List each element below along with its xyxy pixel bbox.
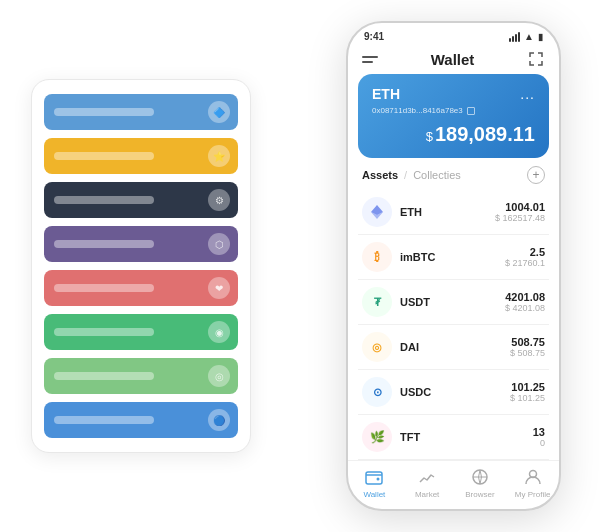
list-item: ◎ bbox=[44, 358, 238, 394]
row-icon: ❤ bbox=[208, 277, 230, 299]
list-item: ⬡ bbox=[44, 226, 238, 262]
status-icons: ▲ ▮ bbox=[509, 31, 543, 42]
nav-label-profile: My Profile bbox=[515, 490, 551, 499]
wifi-icon: ▲ bbox=[524, 31, 534, 42]
list-item: ❤ bbox=[44, 270, 238, 306]
eth-icon bbox=[362, 197, 392, 227]
card-stack: 🔷 ⭐ ⚙ ⬡ ❤ ◉ ◎ 🔵 bbox=[31, 79, 251, 453]
asset-usd: $ 21760.1 bbox=[505, 258, 545, 268]
list-item: ⚙ bbox=[44, 182, 238, 218]
list-item: 🔵 bbox=[44, 402, 238, 438]
svg-rect-2 bbox=[366, 472, 382, 484]
nav-label-browser: Browser bbox=[465, 490, 494, 499]
nav-item-wallet[interactable]: Wallet bbox=[348, 467, 401, 499]
wallet-icon bbox=[364, 467, 384, 487]
bottom-nav: Wallet Market Browser bbox=[348, 460, 559, 509]
table-row[interactable]: 🌿 TFT 13 0 bbox=[358, 415, 549, 460]
row-icon: 🔷 bbox=[208, 101, 230, 123]
row-label bbox=[54, 108, 154, 116]
asset-amount: 1004.01 bbox=[495, 201, 545, 213]
table-row[interactable]: ⊙ USDC 101.25 $ 101.25 bbox=[358, 370, 549, 415]
row-icon: ◎ bbox=[208, 365, 230, 387]
asset-name: TFT bbox=[400, 431, 533, 443]
table-row[interactable]: ETH 1004.01 $ 162517.48 bbox=[358, 190, 549, 235]
row-icon: ◉ bbox=[208, 321, 230, 343]
asset-amount: 508.75 bbox=[510, 336, 545, 348]
signal-icon bbox=[509, 32, 520, 42]
profile-icon bbox=[523, 467, 543, 487]
asset-name: ETH bbox=[400, 206, 495, 218]
row-label bbox=[54, 284, 154, 292]
row-label bbox=[54, 416, 154, 424]
expand-icon[interactable] bbox=[527, 50, 545, 68]
row-label bbox=[54, 328, 154, 336]
table-row[interactable]: ₮ USDT 4201.08 $ 4201.08 bbox=[358, 280, 549, 325]
list-item: ⭐ bbox=[44, 138, 238, 174]
balance-amount: 189,089.11 bbox=[435, 123, 535, 145]
asset-usd: $ 4201.08 bbox=[505, 303, 545, 313]
asset-name: imBTC bbox=[400, 251, 505, 263]
nav-item-browser[interactable]: Browser bbox=[454, 467, 507, 499]
eth-card-balance: $189,089.11 bbox=[372, 123, 535, 146]
asset-name: USDT bbox=[400, 296, 505, 308]
asset-amount: 101.25 bbox=[510, 381, 545, 393]
eth-card: ETH ... 0x08711d3b...8416a78e3 $189,089.… bbox=[358, 74, 549, 158]
eth-card-more[interactable]: ... bbox=[520, 86, 535, 102]
usdc-icon: ⊙ bbox=[362, 377, 392, 407]
row-label bbox=[54, 372, 154, 380]
table-row[interactable]: ◎ DAI 508.75 $ 508.75 bbox=[358, 325, 549, 370]
asset-usd: $ 162517.48 bbox=[495, 213, 545, 223]
row-icon: ⬡ bbox=[208, 233, 230, 255]
row-label bbox=[54, 196, 154, 204]
row-label bbox=[54, 152, 154, 160]
imbtc-icon: ₿ bbox=[362, 242, 392, 272]
dai-icon: ◎ bbox=[362, 332, 392, 362]
battery-icon: ▮ bbox=[538, 32, 543, 42]
asset-amount: 13 bbox=[533, 426, 545, 438]
list-item: 🔷 bbox=[44, 94, 238, 130]
scene: 🔷 ⭐ ⚙ ⬡ ❤ ◉ ◎ 🔵 bbox=[11, 11, 591, 521]
status-bar: 9:41 ▲ ▮ bbox=[348, 23, 559, 46]
asset-usd: $ 508.75 bbox=[510, 348, 545, 358]
list-item: ◉ bbox=[44, 314, 238, 350]
asset-amount: 2.5 bbox=[505, 246, 545, 258]
copy-icon[interactable] bbox=[467, 107, 475, 115]
tab-divider: / bbox=[404, 169, 407, 181]
add-asset-button[interactable]: + bbox=[527, 166, 545, 184]
balance-symbol: $ bbox=[426, 129, 433, 144]
asset-name: USDC bbox=[400, 386, 510, 398]
tab-assets[interactable]: Assets bbox=[362, 169, 398, 181]
nav-item-profile[interactable]: My Profile bbox=[506, 467, 559, 499]
row-icon: ⭐ bbox=[208, 145, 230, 167]
phone: 9:41 ▲ ▮ Wallet bbox=[346, 21, 561, 511]
nav-label-wallet: Wallet bbox=[363, 490, 385, 499]
nav-item-market[interactable]: Market bbox=[401, 467, 454, 499]
status-time: 9:41 bbox=[364, 31, 384, 42]
table-row[interactable]: ₿ imBTC 2.5 $ 21760.1 bbox=[358, 235, 549, 280]
asset-usd: 0 bbox=[533, 438, 545, 448]
asset-usd: $ 101.25 bbox=[510, 393, 545, 403]
asset-name: DAI bbox=[400, 341, 510, 353]
tab-collectibles[interactable]: Collecties bbox=[413, 169, 461, 181]
market-icon bbox=[417, 467, 437, 487]
usdt-icon: ₮ bbox=[362, 287, 392, 317]
row-icon: ⚙ bbox=[208, 189, 230, 211]
tft-icon: 🌿 bbox=[362, 422, 392, 452]
phone-header: Wallet bbox=[348, 46, 559, 74]
eth-card-title: ETH bbox=[372, 86, 400, 102]
eth-card-address: 0x08711d3b...8416a78e3 bbox=[372, 106, 535, 115]
row-label bbox=[54, 240, 154, 248]
svg-point-3 bbox=[377, 478, 380, 481]
nav-label-market: Market bbox=[415, 490, 439, 499]
browser-icon bbox=[470, 467, 490, 487]
assets-tabs: Assets / Collecties + bbox=[348, 166, 559, 190]
asset-list: ETH 1004.01 $ 162517.48 ₿ imBTC 2.5 $ 21… bbox=[348, 190, 559, 460]
asset-amount: 4201.08 bbox=[505, 291, 545, 303]
row-icon: 🔵 bbox=[208, 409, 230, 431]
menu-icon[interactable] bbox=[362, 56, 378, 63]
page-title: Wallet bbox=[431, 51, 475, 68]
